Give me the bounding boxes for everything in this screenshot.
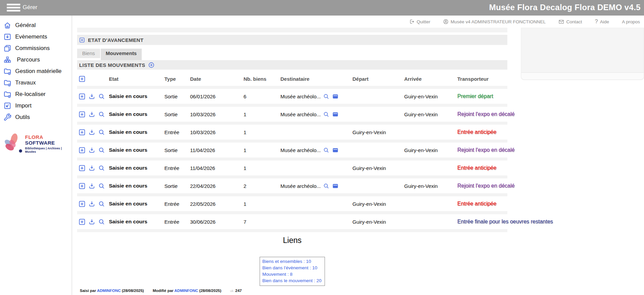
cell-nb-biens: 1	[244, 112, 280, 117]
link-bien-mouvement[interactable]: Bien dans le mouvement : 20	[262, 277, 322, 284]
cell-etat: Saisie en cours	[109, 219, 164, 225]
expand-row-icon[interactable]	[78, 111, 86, 118]
search-row-icon[interactable]	[98, 111, 105, 118]
search-destinataire-icon[interactable]	[323, 111, 329, 118]
open-window-icon[interactable]	[332, 183, 339, 189]
sidebar-item-commissions[interactable]: Commissions	[0, 43, 72, 54]
aide-button[interactable]: ? Aide	[595, 19, 609, 25]
tab-biens[interactable]: Biens	[77, 49, 100, 58]
tab-mouvements[interactable]: Mouvements	[101, 49, 142, 60]
link-mouvement[interactable]: Mouvement : 8	[262, 271, 322, 277]
row-separator	[77, 140, 507, 143]
etat-avancement-section: ETAT D'AVANCEMENT	[77, 35, 507, 45]
sidebar-item-parcours[interactable]: Parcours	[0, 54, 72, 66]
cell-nb-biens: 1	[244, 129, 280, 135]
table-row: Saisie en cours Entrée 30/06/2026 7 Guir…	[77, 214, 507, 229]
search-destinataire-icon[interactable]	[323, 93, 329, 100]
export-row-icon[interactable]	[88, 129, 95, 136]
row-separator	[77, 104, 507, 107]
cell-type: Sortie	[164, 183, 190, 189]
search-destinataire-icon[interactable]	[323, 183, 329, 189]
row-separator	[77, 86, 507, 89]
sidebar-item-evenements[interactable]: Evènements	[0, 31, 72, 43]
sidebar-item-relocaliser[interactable]: Re-localiser	[0, 89, 72, 100]
row-separator	[77, 157, 507, 161]
search-destinataire-icon[interactable]	[323, 147, 329, 153]
cell-etat: Saisie en cours	[109, 147, 164, 153]
expand-row-icon[interactable]	[78, 129, 86, 136]
expand-row-icon[interactable]	[78, 165, 86, 172]
add-movement-icon[interactable]	[148, 62, 155, 68]
section-title: ETAT D'AVANCEMENT	[88, 37, 143, 43]
link-biens-ensembles[interactable]: Biens et ensembles : 10	[262, 258, 322, 265]
expand-all-icon[interactable]	[78, 75, 86, 82]
search-row-icon[interactable]	[98, 147, 105, 154]
liens-box: Biens et ensembles : 10 Bien dans l'évèn…	[260, 257, 325, 286]
sidebar-item-outils[interactable]: Outils	[0, 112, 72, 123]
col-depart: Départ	[352, 76, 404, 82]
export-row-icon[interactable]	[88, 218, 95, 225]
sidebar-item-import[interactable]: Import	[0, 100, 72, 112]
row-separator	[77, 229, 507, 232]
cell-nb-biens: 1	[244, 201, 280, 207]
cell-type: Sortie	[164, 94, 190, 99]
expand-row-icon[interactable]	[78, 200, 86, 207]
open-window-icon[interactable]	[332, 111, 339, 118]
export-row-icon[interactable]	[88, 165, 95, 172]
row-separator	[77, 122, 507, 125]
cell-etat: Saisie en cours	[109, 201, 164, 207]
search-row-icon[interactable]	[98, 200, 105, 207]
cell-etat: Saisie en cours	[109, 183, 164, 189]
saisi-par: Saisi par ADMINFONC (28/08/2025)	[80, 289, 144, 293]
cell-transporteur: Rejoint l'expo en décalé	[457, 183, 514, 189]
cell-depart: Guiry-en-Vexin	[352, 165, 404, 171]
modifie-user-link[interactable]: ADMINFONC	[175, 289, 198, 293]
saisi-user-link[interactable]: ADMINFONC	[97, 289, 121, 293]
col-type: Type	[164, 76, 190, 82]
a-propos-button[interactable]: A propos	[622, 19, 640, 24]
export-row-icon[interactable]	[88, 93, 95, 100]
cell-date: 11/04/2026	[190, 165, 244, 171]
sitemap-icon	[3, 56, 12, 64]
col-nb-biens: Nb. biens	[244, 76, 280, 82]
hamburger-menu-icon[interactable]	[7, 4, 20, 12]
search-row-icon[interactable]	[98, 165, 105, 172]
table-row: Saisie en cours Sortie 11/04/2026 1 Musé…	[77, 143, 507, 157]
open-window-icon[interactable]	[332, 93, 339, 100]
col-transporteur: Transporteur	[457, 76, 507, 82]
import-icon	[3, 102, 12, 110]
export-row-icon[interactable]	[88, 111, 95, 118]
cell-type: Sortie	[164, 147, 190, 153]
cell-date: 22/04/2026	[190, 183, 244, 189]
cell-arrivee: Guiry-en-Vexin	[404, 147, 457, 153]
expand-row-icon[interactable]	[78, 182, 86, 190]
link-bien-evenement[interactable]: Bien dans l'évènement : 10	[262, 265, 322, 271]
export-row-icon[interactable]	[88, 200, 95, 207]
table-rows: Saisie en cours Sortie 06/01/2026 6 Musé…	[77, 86, 507, 232]
menu-label[interactable]: Gérer	[23, 4, 37, 11]
panel-bottom-strip[interactable]	[521, 72, 644, 79]
sidebar-item-general[interactable]: Général	[0, 20, 72, 31]
sidebar-item-travaux[interactable]: Travaux	[0, 77, 72, 89]
sidebar-item-gestion-materielle[interactable]: Gestion matérielle	[0, 66, 72, 77]
list-title: LISTE DES MOUVEMENTS	[79, 62, 145, 68]
open-window-icon[interactable]	[332, 147, 339, 153]
expand-row-icon[interactable]	[78, 93, 86, 100]
export-row-icon[interactable]	[88, 147, 95, 154]
folder-globe-icon	[3, 67, 12, 75]
cell-transporteur: Premier départ	[457, 93, 507, 99]
expand-row-icon[interactable]	[78, 147, 86, 154]
search-row-icon[interactable]	[98, 182, 105, 190]
cell-date: 10/03/2026	[190, 129, 244, 135]
expand-plus-icon[interactable]	[79, 37, 85, 43]
cell-destinataire: Musée archéolo...	[280, 183, 352, 189]
export-row-icon[interactable]	[88, 182, 95, 190]
search-row-icon[interactable]	[98, 129, 105, 136]
expand-row-icon[interactable]	[78, 218, 86, 225]
table-row: Saisie en cours Sortie 10/03/2026 1 Musé…	[77, 107, 507, 122]
search-row-icon[interactable]	[98, 218, 105, 225]
contact-button[interactable]: Contact	[558, 19, 582, 24]
uk-counter: uk :247	[230, 289, 242, 293]
search-row-icon[interactable]	[98, 93, 105, 100]
box-arrow-down-icon	[3, 33, 12, 41]
